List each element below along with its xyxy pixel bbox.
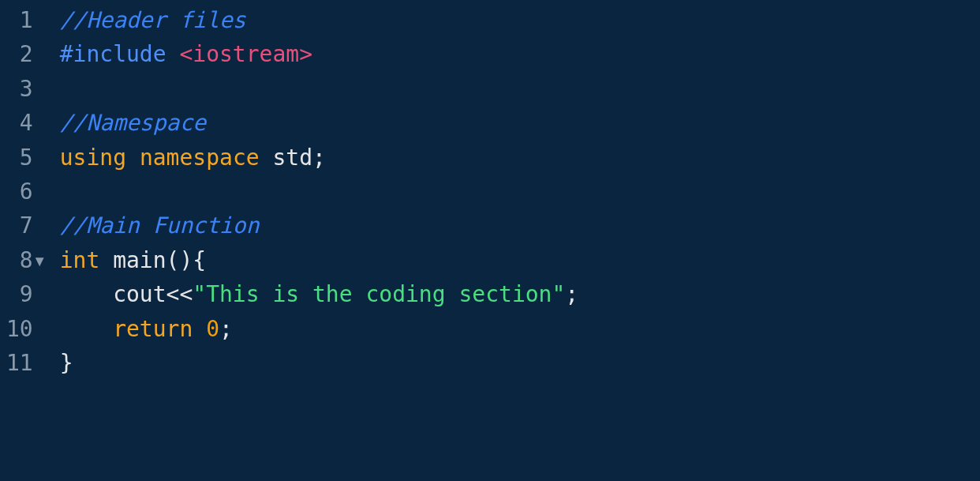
token-comment: //Namespace <box>60 110 206 136</box>
token-plain: ; <box>219 316 233 342</box>
token-kw-blue: #include <box>60 41 180 67</box>
token-include: <iostream> <box>179 41 312 67</box>
token-plain <box>126 145 140 171</box>
line-number: 4 <box>6 106 46 140</box>
code-line[interactable]: return 0; <box>60 312 578 346</box>
token-string: "This is the coding section" <box>193 281 565 307</box>
code-line[interactable]: //Namespace <box>60 106 578 140</box>
fold-toggle-icon[interactable]: ▾ <box>33 243 46 277</box>
token-type: int <box>60 247 100 273</box>
token-keyword: return <box>113 316 193 342</box>
code-editor[interactable]: 1 2 3 4 5 6 7 8▾9 10 11 //Header files#i… <box>0 0 980 481</box>
line-number: 9 <box>6 277 46 311</box>
code-line[interactable] <box>60 72 578 106</box>
code-line[interactable]: //Main Function <box>60 209 578 242</box>
code-line[interactable] <box>60 175 578 209</box>
token-comment: //Header files <box>60 7 246 33</box>
line-number-gutter: 1 2 3 4 5 6 7 8▾9 10 11 <box>0 0 55 481</box>
code-line[interactable]: //Header files <box>60 3 578 37</box>
token-plain <box>60 316 113 342</box>
token-plain: ; <box>565 281 578 307</box>
line-number: 2 <box>6 37 46 71</box>
line-number: 3 <box>6 72 46 106</box>
token-plain <box>193 316 206 342</box>
token-plain: } <box>60 350 73 376</box>
token-plain: std; <box>260 145 326 171</box>
token-plain: main(){ <box>99 247 206 273</box>
code-line[interactable]: #include <iostream> <box>60 37 578 71</box>
line-number: 10 <box>6 312 46 346</box>
token-comment: //Main Function <box>60 212 260 239</box>
code-line[interactable]: int main(){ <box>60 243 578 277</box>
code-line[interactable]: cout<<"This is the coding section"; <box>60 277 578 311</box>
line-number: 11 <box>6 346 46 380</box>
code-area[interactable]: //Header files#include <iostream>//Names… <box>55 0 578 481</box>
token-plain: cout<< <box>60 281 193 307</box>
token-keyword: using <box>60 145 126 171</box>
line-number: 6 <box>6 175 46 209</box>
token-number: 0 <box>206 316 219 342</box>
code-line[interactable]: } <box>60 346 578 380</box>
line-number: 5 <box>6 141 46 175</box>
line-number: 1 <box>6 3 46 37</box>
line-number: 8▾ <box>6 243 46 277</box>
code-line[interactable]: using namespace std; <box>60 141 578 175</box>
token-keyword: namespace <box>140 145 260 171</box>
line-number: 7 <box>6 209 46 242</box>
